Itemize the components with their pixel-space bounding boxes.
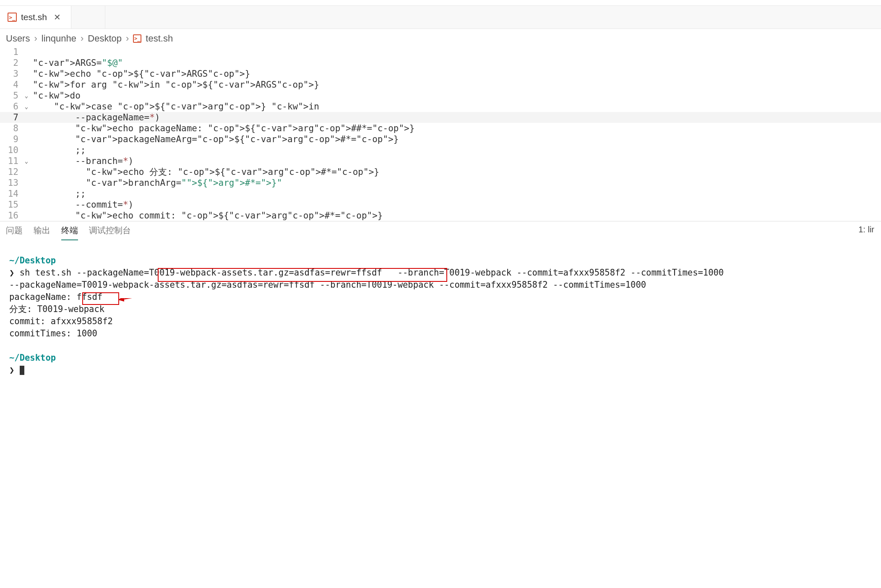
breadcrumb-desktop[interactable]: Desktop xyxy=(88,33,122,44)
code-content[interactable]: "c-kw">for arg "c-kw">in "c-op">${"c-var… xyxy=(32,79,319,90)
tab-output[interactable]: 输出 xyxy=(34,225,50,240)
editor-tab-bar: >_ test.sh ✕ xyxy=(0,6,881,29)
window-top-border xyxy=(0,0,881,6)
code-content[interactable]: "c-var">branchArg="">${">arg">#*=">}" xyxy=(32,177,282,188)
line-number: 7 xyxy=(0,112,21,123)
code-line[interactable]: 4"c-kw">for arg "c-kw">in "c-op">${"c-va… xyxy=(0,79,881,90)
code-line[interactable]: 8 "c-kw">echo packageName: "c-op">${"c-v… xyxy=(0,123,881,134)
terminal-output-line: 分支: T0019-webpack xyxy=(9,303,872,315)
code-line[interactable]: 1 xyxy=(0,47,881,57)
code-content[interactable]: --branch=*) xyxy=(32,156,133,167)
code-line[interactable]: 14 ;; xyxy=(0,188,881,199)
code-content[interactable]: "c-kw">echo "c-op">${"c-var">ARGS"c-op">… xyxy=(32,68,250,79)
code-line[interactable]: 7 --packageName=*) xyxy=(0,112,881,123)
breadcrumb-users[interactable]: Users xyxy=(6,33,30,44)
code-content[interactable]: "c-var">packageNameArg="c-op">${"c-var">… xyxy=(32,134,399,145)
code-content[interactable]: "c-kw">case "c-op">${"c-var">arg"c-op">}… xyxy=(32,101,319,112)
code-line[interactable]: 5⌄"c-kw">do xyxy=(0,90,881,101)
code-editor[interactable]: 12"c-var">ARGS="$@"3"c-kw">echo "c-op">$… xyxy=(0,47,881,221)
terminal-cursor xyxy=(20,366,24,375)
code-content[interactable]: ;; xyxy=(32,188,86,199)
fold-chevron-icon[interactable]: ⌄ xyxy=(21,90,32,101)
line-number: 8 xyxy=(0,123,21,134)
chevron-right-icon: › xyxy=(126,33,129,44)
line-number: 12 xyxy=(0,167,21,177)
terminal-cwd: ~/Desktop xyxy=(9,255,56,265)
code-content[interactable]: --commit=*) xyxy=(32,199,133,210)
code-line[interactable]: 16 "c-kw">echo commit: "c-op">${"c-var">… xyxy=(0,210,881,221)
code-content[interactable]: "c-kw">do xyxy=(32,90,81,101)
terminal-blank-line xyxy=(9,340,872,352)
line-number: 11 xyxy=(0,156,21,167)
terminal-panel[interactable]: ~/Desktop ❯ sh test.sh --packageName=T00… xyxy=(0,240,881,385)
line-number: 3 xyxy=(0,68,21,79)
line-number: 1 xyxy=(0,47,21,57)
shell-file-icon: >_ xyxy=(8,13,17,22)
code-line[interactable]: 10 ;; xyxy=(0,145,881,156)
fold-chevron-icon[interactable]: ⌄ xyxy=(21,156,32,167)
line-number: 16 xyxy=(0,210,21,221)
breadcrumb-file[interactable]: test.sh xyxy=(146,33,173,44)
code-content[interactable]: "c-kw">echo 分支: "c-op">${"c-var">arg"c-o… xyxy=(32,167,379,177)
chevron-right-icon: › xyxy=(34,33,37,44)
terminal-prompt: ❯ xyxy=(9,268,14,278)
line-number: 9 xyxy=(0,134,21,145)
breadcrumb-linqunhe[interactable]: linqunhe xyxy=(42,33,76,44)
line-number: 2 xyxy=(0,57,21,68)
fold-chevron-icon[interactable]: ⌄ xyxy=(21,101,32,112)
line-number: 5 xyxy=(0,90,21,101)
terminal-prompt: ❯ xyxy=(9,365,14,375)
code-line[interactable]: 11⌄ --branch=*) xyxy=(0,156,881,167)
line-number: 4 xyxy=(0,79,21,90)
code-line[interactable]: 13 "c-var">branchArg="">${">arg">#*=">}" xyxy=(0,177,881,188)
terminal-output-line: commit: afxxx95858f2 xyxy=(9,315,872,328)
terminal-output-line: --packageName=T0019-webpack-assets.tar.g… xyxy=(9,279,872,291)
code-content[interactable]: "c-kw">echo commit: "c-op">${"c-var">arg… xyxy=(32,210,383,221)
close-tab-icon[interactable]: ✕ xyxy=(51,12,63,22)
terminal-output-line: commitTimes: 1000 xyxy=(9,328,872,340)
code-line[interactable]: 3"c-kw">echo "c-op">${"c-var">ARGS"c-op"… xyxy=(0,68,881,79)
line-number: 10 xyxy=(0,145,21,156)
code-line[interactable]: 12 "c-kw">echo 分支: "c-op">${"c-var">arg"… xyxy=(0,167,881,177)
terminal-cwd: ~/Desktop xyxy=(9,353,56,363)
line-number: 6 xyxy=(0,101,21,112)
code-content[interactable]: "c-kw">echo packageName: "c-op">${"c-var… xyxy=(32,123,414,134)
terminal-output-line: packageName: ffsdf xyxy=(9,291,872,303)
tab-filename: test.sh xyxy=(21,12,47,22)
tab-problems[interactable]: 问题 xyxy=(6,225,23,240)
terminal-cmd: sh test.sh --packageName=T0019-webpack-a… xyxy=(20,268,724,278)
terminal-selector[interactable]: 1: lir xyxy=(858,225,874,234)
code-line[interactable]: 2"c-var">ARGS="$@" xyxy=(0,57,881,68)
tab-bar-divider xyxy=(105,6,105,29)
line-number: 15 xyxy=(0,199,21,210)
code-line[interactable]: 9 "c-var">packageNameArg="c-op">${"c-var… xyxy=(0,134,881,145)
code-line[interactable]: 15 --commit=*) xyxy=(0,199,881,210)
tab-terminal[interactable]: 终端 xyxy=(61,225,78,240)
chevron-right-icon: › xyxy=(81,33,83,44)
line-number: 14 xyxy=(0,188,21,199)
code-content[interactable]: "c-var">ARGS="$@" xyxy=(32,57,123,68)
breadcrumb[interactable]: Users › linqunhe › Desktop › >_ test.sh xyxy=(0,29,881,47)
shell-file-icon: >_ xyxy=(133,34,141,43)
editor-tab-testsh[interactable]: >_ test.sh ✕ xyxy=(0,6,71,29)
tab-debug-console[interactable]: 调试控制台 xyxy=(89,225,131,240)
line-number: 13 xyxy=(0,177,21,188)
code-content[interactable]: --packageName=*) xyxy=(32,112,160,123)
panel-tab-bar: 问题 输出 终端 调试控制台 1: lir xyxy=(0,221,881,240)
code-content[interactable]: ;; xyxy=(32,145,86,156)
code-line[interactable]: 6⌄ "c-kw">case "c-op">${"c-var">arg"c-op… xyxy=(0,101,881,112)
